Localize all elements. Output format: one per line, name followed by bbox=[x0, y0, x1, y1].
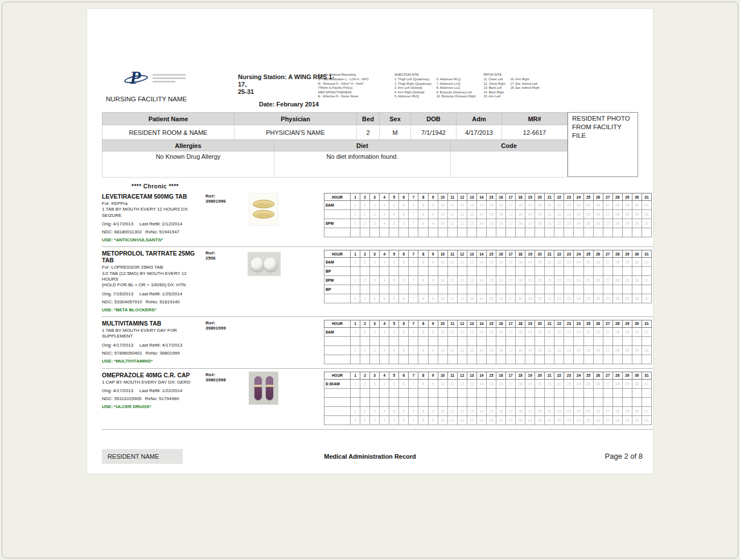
day-cell bbox=[457, 267, 467, 276]
day-cell: 24 bbox=[574, 379, 583, 388]
rx-number-value: 39801999 bbox=[205, 326, 248, 331]
day-cell: 17 bbox=[506, 406, 516, 415]
day-cell: 5 bbox=[389, 415, 399, 425]
day-cell bbox=[428, 267, 438, 276]
day-cell bbox=[467, 228, 476, 237]
day-header: 13 bbox=[467, 320, 476, 327]
medication-rx: Rx#:39801998 bbox=[205, 372, 248, 382]
day-cell: 9 bbox=[428, 276, 438, 285]
day-cell bbox=[457, 388, 467, 397]
section-label-chronic: **** Chronic **** bbox=[131, 183, 179, 190]
day-header: 16 bbox=[496, 320, 505, 327]
day-cell bbox=[409, 397, 418, 406]
medication-last-refill: Last Refill: 2/12/2014 bbox=[139, 221, 182, 227]
day-header: 1 bbox=[351, 320, 360, 327]
day-header: 23 bbox=[564, 250, 574, 258]
day-header: 24 bbox=[574, 250, 583, 258]
header-bed: Bed bbox=[357, 113, 380, 125]
day-header: 21 bbox=[545, 320, 554, 327]
day-cell: 7 bbox=[409, 219, 418, 228]
allergies-value: No Known Drug Allergy bbox=[102, 151, 274, 178]
day-cell bbox=[399, 388, 409, 397]
day-cell: 24 bbox=[574, 415, 583, 425]
day-cell: 25 bbox=[583, 219, 593, 228]
day-header: 30 bbox=[632, 372, 642, 379]
day-cell bbox=[447, 336, 457, 345]
day-cell bbox=[360, 285, 370, 294]
day-cell: 25 bbox=[583, 294, 593, 303]
medication-dates-line: Orig: 7/15/2013Last Refill: 1/25/2014 bbox=[102, 291, 203, 297]
day-cell: 27 bbox=[603, 415, 612, 425]
day-cell bbox=[574, 336, 583, 345]
day-cell bbox=[496, 388, 505, 397]
day-cell bbox=[593, 267, 603, 276]
day-cell: 14 bbox=[476, 201, 486, 210]
day-cell bbox=[418, 388, 428, 397]
day-cell: 13 bbox=[467, 345, 476, 355]
medication-ndc-line: NDC: 57896050401RxNo: 39801999 bbox=[102, 351, 203, 356]
day-cell bbox=[447, 355, 457, 364]
day-cell: 8 bbox=[418, 327, 428, 336]
resident-photo-placeholder: RESIDENT PHOTO FROM FACILITY FILE bbox=[568, 112, 638, 177]
day-cell: 20 bbox=[535, 379, 545, 388]
day-header: 9 bbox=[428, 320, 438, 327]
day-cell: 5 bbox=[389, 258, 399, 267]
medication-info: OMEPRAZOLE 40MG C.R. CAP1 CAP BY MOUTH E… bbox=[102, 372, 205, 409]
day-header: 26 bbox=[593, 250, 603, 258]
day-header: 27 bbox=[603, 250, 612, 258]
day-cell bbox=[380, 355, 389, 364]
day-header: 19 bbox=[525, 250, 535, 258]
administration-grid-table: HOUR123456789101112131415161718192021222… bbox=[324, 193, 652, 237]
day-cell: 3 bbox=[370, 276, 380, 285]
day-cell: 30 bbox=[632, 379, 642, 388]
day-cell bbox=[632, 336, 642, 345]
day-cell bbox=[447, 285, 457, 294]
day-header: 17 bbox=[506, 193, 516, 201]
day-cell bbox=[351, 285, 360, 294]
day-header: 21 bbox=[545, 372, 554, 379]
day-cell: 21 bbox=[545, 327, 554, 336]
day-cell: 12 bbox=[457, 210, 467, 219]
day-cell: 15 bbox=[486, 210, 496, 219]
grid-row: 1234567891011121314151617181920212223242… bbox=[324, 415, 652, 425]
logo-bar bbox=[153, 74, 186, 76]
medication-info: MULTIVITAMINS TAB1 TAB BY MOUTH EVERY DA… bbox=[102, 320, 205, 364]
day-cell: 12 bbox=[457, 201, 467, 210]
day-cell bbox=[622, 397, 632, 406]
day-cell: 20 bbox=[535, 201, 545, 210]
day-cell bbox=[447, 228, 457, 237]
day-cell bbox=[622, 355, 632, 364]
day-cell bbox=[564, 228, 574, 237]
pill-photo bbox=[249, 193, 278, 226]
day-cell: 29 bbox=[622, 276, 632, 285]
hour-header: HOUR bbox=[324, 193, 351, 201]
day-header: 29 bbox=[622, 372, 632, 379]
medication-rx: Rx#:2506 bbox=[205, 250, 248, 261]
day-cell bbox=[428, 336, 438, 345]
day-cell bbox=[351, 336, 360, 345]
day-cell: 19 bbox=[525, 219, 535, 228]
day-cell: 7 bbox=[409, 258, 418, 267]
day-cell bbox=[428, 285, 438, 294]
patient-name-value: RESIDENT ROOM & NAME bbox=[102, 125, 235, 140]
medication-last-refill: Last Refill: 4/17/2013 bbox=[139, 343, 182, 348]
record-date: Date: February 2014 bbox=[259, 101, 338, 108]
day-header: 23 bbox=[564, 320, 574, 327]
day-cell: 11 bbox=[447, 345, 457, 355]
day-cell: 20 bbox=[535, 219, 545, 228]
day-cell: 23 bbox=[564, 210, 574, 219]
day-cell bbox=[574, 228, 583, 237]
day-cell bbox=[370, 267, 380, 276]
day-header: 24 bbox=[574, 193, 583, 201]
header-diet: Diet bbox=[274, 140, 451, 151]
day-cell bbox=[409, 388, 418, 397]
day-cell: 4 bbox=[380, 276, 389, 285]
legend-item: 10. Buttocks (Gluteus) Right bbox=[437, 94, 476, 98]
day-cell: 19 bbox=[525, 294, 535, 303]
day-header: 17 bbox=[506, 372, 516, 379]
legend-item: 12. Chest Right bbox=[484, 82, 505, 86]
medication-instruction-line: For: LOPRESSOR 25MG TAB bbox=[102, 265, 203, 270]
day-cell bbox=[603, 397, 612, 406]
day-header: 26 bbox=[593, 372, 603, 379]
day-cell bbox=[418, 397, 428, 406]
